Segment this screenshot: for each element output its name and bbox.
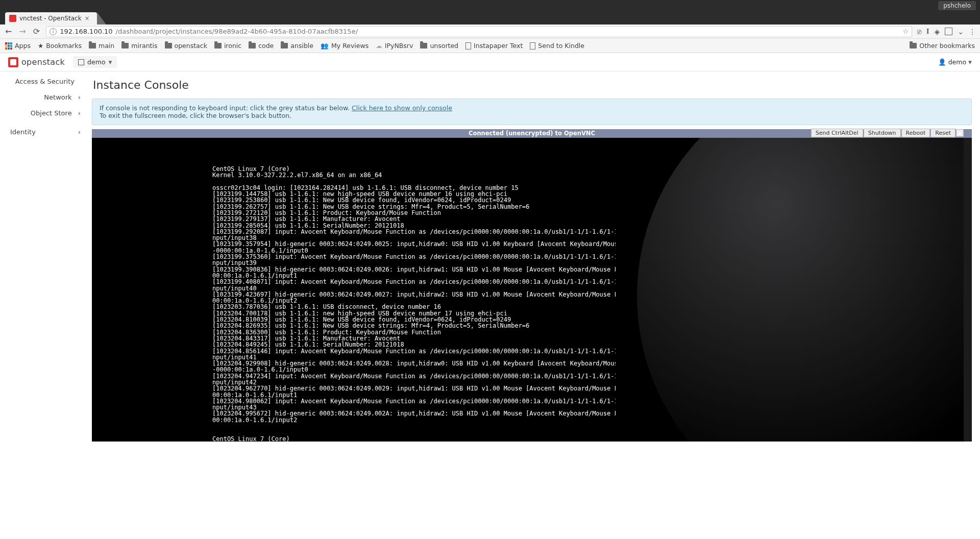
scroll-up-icon[interactable]: ▲ <box>956 129 964 137</box>
alert-text-2: To exit the fullscreen mode, click the b… <box>100 112 964 119</box>
text-icon[interactable]: I <box>926 28 929 36</box>
content-pane: Instance Console If console is not respo… <box>88 71 980 539</box>
shield-icon[interactable]: ◈ <box>934 28 940 36</box>
openstack-header: openstack demo ▼ 👤 demo ▼ <box>0 53 980 71</box>
folder-icon <box>121 43 129 48</box>
chevron-right-icon: › <box>78 128 81 136</box>
sidebar-item-access-security[interactable]: Access & Security <box>0 74 88 89</box>
openstack-logo[interactable]: openstack <box>8 57 65 67</box>
apps-label: Apps <box>15 42 31 50</box>
star-icon: ★ <box>38 42 43 50</box>
tab-title: vnctest - OpenStack <box>19 15 82 22</box>
page-icon <box>465 42 471 50</box>
bookmark-bookmarks[interactable]: ★Bookmarks <box>38 42 82 50</box>
bookmarks-bar: Apps ★Bookmarks main mirantis openstack … <box>0 39 980 53</box>
back-button[interactable]: ← <box>4 27 13 36</box>
alert-text-1: If console is not responding to keyboard… <box>100 104 352 112</box>
close-tab-icon[interactable]: × <box>85 15 90 22</box>
vnc-frame: Connected (unencrypted) to OpenVNC Send … <box>92 129 972 442</box>
page-title: Instance Console <box>93 79 972 91</box>
bookmark-main[interactable]: main <box>89 42 114 50</box>
bookmark-ansible[interactable]: ansible <box>281 42 313 50</box>
openstack-logo-text: openstack <box>21 57 65 67</box>
bookmark-instapaper[interactable]: Instapaper Text <box>465 42 523 50</box>
project-selector[interactable]: demo ▼ <box>73 56 117 68</box>
browser-tabstrip: vnctest - OpenStack × <box>0 11 980 24</box>
folder-icon <box>165 43 172 48</box>
address-bar[interactable]: i 192.168.100.10/dashboard/project/insta… <box>46 26 912 37</box>
sidebar: Access & Security Network › Object Store… <box>0 71 88 539</box>
bookmark-code[interactable]: code <box>249 42 274 50</box>
show-only-console-link[interactable]: Click here to show only console <box>352 104 452 112</box>
pocket-icon[interactable]: ⌄ <box>958 28 964 36</box>
site-info-icon[interactable]: i <box>50 28 57 35</box>
extension-icon-1[interactable] <box>945 28 952 35</box>
project-icon <box>78 59 84 65</box>
project-name: demo <box>87 58 105 66</box>
menu-icon[interactable]: ⋮ <box>969 28 976 36</box>
vnc-console[interactable]: CentOS Linux 7 (Core) Kernel 3.10.0-327.… <box>92 138 972 442</box>
sidebar-item-identity[interactable]: Identity › <box>0 124 88 140</box>
console-help-alert: If console is not responding to keyboard… <box>92 99 972 125</box>
bookmark-openstack[interactable]: openstack <box>165 42 207 50</box>
user-menu[interactable]: 👤 demo ▼ <box>938 58 972 66</box>
apps-icon <box>5 42 12 50</box>
forward-button[interactable]: → <box>18 27 27 36</box>
user-name: demo <box>948 58 966 66</box>
folder-icon <box>214 43 222 48</box>
reset-button[interactable]: Reset <box>930 129 955 137</box>
bookmark-kindle[interactable]: Send to Kindle <box>530 42 584 50</box>
url-host: 192.168.100.10 <box>60 28 112 35</box>
bookmark-myreviews[interactable]: 👥My Reviews <box>321 42 369 50</box>
bookmark-star-icon[interactable]: ☆ <box>902 28 909 35</box>
browser-toolbar: ← → ⟳ i 192.168.100.10/dashboard/project… <box>0 24 980 39</box>
bookmark-ipynbsrv[interactable]: ☁IPyNBsrv <box>376 42 413 50</box>
user-icon: 👤 <box>938 58 946 66</box>
page-icon <box>530 42 535 50</box>
people-icon: 👥 <box>321 42 329 50</box>
bookmark-ironic[interactable]: ironic <box>214 42 241 50</box>
main-layout: Access & Security Network › Object Store… <box>0 71 980 539</box>
cast-icon[interactable]: ⎚ <box>917 28 921 36</box>
shutdown-button[interactable]: Shutdown <box>864 129 901 137</box>
sidebar-item-network[interactable]: Network › <box>0 89 88 105</box>
bookmark-unsorted[interactable]: unsorted <box>420 42 458 50</box>
openstack-favicon-icon <box>9 15 16 22</box>
chevron-right-icon: › <box>78 93 81 101</box>
new-tab-button[interactable] <box>97 12 106 24</box>
console-output: CentOS Linux 7 (Core) Kernel 3.10.0-327.… <box>212 157 616 442</box>
caret-down-icon: ▼ <box>109 60 112 65</box>
os-titlebar: pshchelo <box>0 0 980 11</box>
apps-button[interactable]: Apps <box>5 42 31 50</box>
caret-down-icon: ▼ <box>968 60 972 65</box>
folder-icon <box>910 43 917 48</box>
openstack-logo-icon <box>8 57 18 67</box>
toolbar-right-icons: ⎚ I ◈ ⌄ ⋮ <box>917 28 976 36</box>
browser-tab-active[interactable]: vnctest - OpenStack × <box>5 12 97 24</box>
bookmark-mirantis[interactable]: mirantis <box>121 42 157 50</box>
vnc-status-bar[interactable]: Connected (unencrypted) to OpenVNC Send … <box>92 129 972 138</box>
folder-icon <box>420 43 427 48</box>
sidebar-item-object-store[interactable]: Object Store › <box>0 105 88 121</box>
centos-background-art <box>637 138 972 442</box>
chevron-right-icon: › <box>78 109 81 117</box>
folder-icon <box>281 43 288 48</box>
os-user-indicator[interactable]: pshchelo <box>938 1 976 10</box>
vnc-status-text: Connected (unencrypted) to OpenVNC <box>469 130 595 137</box>
vnc-button-row: Send CtrlAltDel Shutdown Reboot Reset ▲ <box>811 129 964 137</box>
folder-icon <box>249 43 256 48</box>
reload-button[interactable]: ⟳ <box>32 27 41 36</box>
url-path: /dashboard/project/instances/98e89ad2-4b… <box>116 28 358 35</box>
other-bookmarks[interactable]: Other bookmarks <box>910 42 975 50</box>
reboot-button[interactable]: Reboot <box>901 129 930 137</box>
cloud-icon: ☁ <box>376 42 382 50</box>
folder-icon <box>89 43 96 48</box>
send-ctrlaltdel-button[interactable]: Send CtrlAltDel <box>811 129 863 137</box>
